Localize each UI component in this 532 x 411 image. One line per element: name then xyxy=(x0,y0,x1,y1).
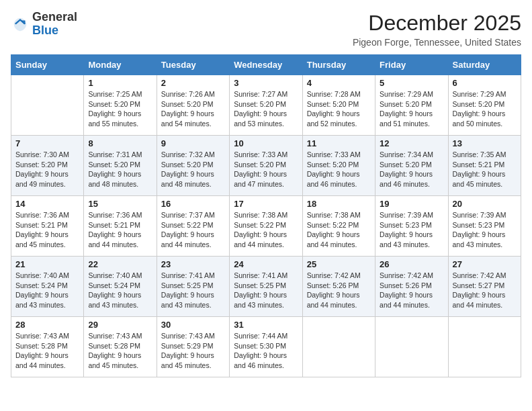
calendar-cell: 20Sunrise: 7:39 AMSunset: 5:23 PMDayligh… xyxy=(448,196,521,257)
calendar-week-2: 7Sunrise: 7:30 AMSunset: 5:20 PMDaylight… xyxy=(11,136,521,196)
calendar-cell xyxy=(11,75,84,136)
calendar-cell: 4Sunrise: 7:28 AMSunset: 5:20 PMDaylight… xyxy=(302,75,375,136)
calendar-header: SundayMondayTuesdayWednesdayThursdayFrid… xyxy=(11,55,521,75)
calendar-cell: 19Sunrise: 7:39 AMSunset: 5:23 PMDayligh… xyxy=(375,196,448,257)
day-number: 29 xyxy=(88,320,152,330)
location-subtitle: Pigeon Forge, Tennessee, United States xyxy=(353,37,521,48)
day-number: 28 xyxy=(15,320,79,330)
calendar-cell: 1Sunrise: 7:25 AMSunset: 5:20 PMDaylight… xyxy=(84,75,157,136)
day-info: Sunrise: 7:34 AMSunset: 5:20 PMDaylight:… xyxy=(380,150,443,189)
day-number: 16 xyxy=(161,199,225,209)
calendar-cell xyxy=(375,317,448,377)
calendar-cell xyxy=(302,317,375,377)
calendar-cell: 16Sunrise: 7:37 AMSunset: 5:22 PMDayligh… xyxy=(157,196,229,257)
day-number: 7 xyxy=(15,138,79,148)
day-info: Sunrise: 7:42 AMSunset: 5:27 PMDaylight:… xyxy=(453,271,517,310)
day-info: Sunrise: 7:33 AMSunset: 5:20 PMDaylight:… xyxy=(307,150,371,189)
day-number: 20 xyxy=(453,199,517,209)
day-info: Sunrise: 7:38 AMSunset: 5:22 PMDaylight:… xyxy=(307,210,371,250)
day-header-tuesday: Tuesday xyxy=(157,55,229,75)
calendar-cell: 27Sunrise: 7:42 AMSunset: 5:27 PMDayligh… xyxy=(448,257,521,317)
day-info: Sunrise: 7:36 AMSunset: 5:21 PMDaylight:… xyxy=(88,210,152,250)
calendar-week-1: 1Sunrise: 7:25 AMSunset: 5:20 PMDaylight… xyxy=(11,75,521,136)
day-number: 2 xyxy=(161,78,225,88)
day-info: Sunrise: 7:38 AMSunset: 5:22 PMDaylight:… xyxy=(234,210,298,250)
day-number: 8 xyxy=(88,138,152,148)
day-number: 10 xyxy=(234,138,298,148)
logo-icon xyxy=(11,15,30,34)
day-header-thursday: Thursday xyxy=(302,55,375,75)
day-info: Sunrise: 7:42 AMSunset: 5:26 PMDaylight:… xyxy=(307,271,371,310)
day-info: Sunrise: 7:29 AMSunset: 5:20 PMDaylight:… xyxy=(453,89,517,129)
day-info: Sunrise: 7:33 AMSunset: 5:20 PMDaylight:… xyxy=(234,150,298,189)
day-info: Sunrise: 7:31 AMSunset: 5:20 PMDaylight:… xyxy=(88,150,152,189)
day-number: 27 xyxy=(453,259,517,269)
calendar-cell: 14Sunrise: 7:36 AMSunset: 5:21 PMDayligh… xyxy=(11,196,84,257)
day-info: Sunrise: 7:32 AMSunset: 5:20 PMDaylight:… xyxy=(161,150,225,189)
day-info: Sunrise: 7:39 AMSunset: 5:23 PMDaylight:… xyxy=(380,210,443,250)
calendar-cell: 3Sunrise: 7:27 AMSunset: 5:20 PMDaylight… xyxy=(230,75,302,136)
day-number: 4 xyxy=(307,78,371,88)
calendar-cell: 25Sunrise: 7:42 AMSunset: 5:26 PMDayligh… xyxy=(302,257,375,317)
calendar-cell: 13Sunrise: 7:35 AMSunset: 5:21 PMDayligh… xyxy=(448,136,521,196)
page-header: General Blue December 2025 Pigeon Forge,… xyxy=(11,11,521,48)
calendar-cell xyxy=(448,317,521,377)
day-info: Sunrise: 7:41 AMSunset: 5:25 PMDaylight:… xyxy=(161,271,225,310)
day-info: Sunrise: 7:37 AMSunset: 5:22 PMDaylight:… xyxy=(161,210,225,250)
day-number: 19 xyxy=(380,199,443,209)
day-header-sunday: Sunday xyxy=(11,55,84,75)
day-number: 9 xyxy=(161,138,225,148)
calendar-cell: 9Sunrise: 7:32 AMSunset: 5:20 PMDaylight… xyxy=(157,136,229,196)
day-info: Sunrise: 7:40 AMSunset: 5:24 PMDaylight:… xyxy=(88,271,152,310)
day-number: 25 xyxy=(307,259,371,269)
day-info: Sunrise: 7:26 AMSunset: 5:20 PMDaylight:… xyxy=(161,89,225,129)
calendar-cell: 18Sunrise: 7:38 AMSunset: 5:22 PMDayligh… xyxy=(302,196,375,257)
day-info: Sunrise: 7:43 AMSunset: 5:28 PMDaylight:… xyxy=(15,331,79,371)
day-number: 13 xyxy=(453,138,517,148)
day-number: 6 xyxy=(453,78,517,88)
day-info: Sunrise: 7:44 AMSunset: 5:30 PMDaylight:… xyxy=(234,331,298,371)
day-info: Sunrise: 7:42 AMSunset: 5:26 PMDaylight:… xyxy=(380,271,443,310)
calendar-cell: 17Sunrise: 7:38 AMSunset: 5:22 PMDayligh… xyxy=(230,196,302,257)
day-info: Sunrise: 7:28 AMSunset: 5:20 PMDaylight:… xyxy=(307,89,371,129)
title-block: December 2025 Pigeon Forge, Tennessee, U… xyxy=(353,11,521,48)
day-number: 26 xyxy=(380,259,443,269)
day-header-friday: Friday xyxy=(375,55,448,75)
calendar-cell: 30Sunrise: 7:43 AMSunset: 5:29 PMDayligh… xyxy=(157,317,229,377)
calendar-cell: 23Sunrise: 7:41 AMSunset: 5:25 PMDayligh… xyxy=(157,257,229,317)
day-number: 3 xyxy=(234,78,298,88)
day-number: 1 xyxy=(88,78,152,88)
day-number: 17 xyxy=(234,199,298,209)
calendar-cell: 6Sunrise: 7:29 AMSunset: 5:20 PMDaylight… xyxy=(448,75,521,136)
day-number: 15 xyxy=(88,199,152,209)
day-info: Sunrise: 7:43 AMSunset: 5:29 PMDaylight:… xyxy=(161,331,225,371)
calendar-cell: 11Sunrise: 7:33 AMSunset: 5:20 PMDayligh… xyxy=(302,136,375,196)
day-info: Sunrise: 7:25 AMSunset: 5:20 PMDaylight:… xyxy=(88,89,152,129)
day-number: 5 xyxy=(380,78,443,88)
day-info: Sunrise: 7:43 AMSunset: 5:28 PMDaylight:… xyxy=(88,331,152,371)
calendar-cell: 8Sunrise: 7:31 AMSunset: 5:20 PMDaylight… xyxy=(84,136,157,196)
calendar-table: SundayMondayTuesdayWednesdayThursdayFrid… xyxy=(11,54,521,377)
calendar-cell: 7Sunrise: 7:30 AMSunset: 5:20 PMDaylight… xyxy=(11,136,84,196)
day-number: 12 xyxy=(380,138,443,148)
day-info: Sunrise: 7:27 AMSunset: 5:20 PMDaylight:… xyxy=(234,89,298,129)
day-header-wednesday: Wednesday xyxy=(230,55,302,75)
calendar-cell: 29Sunrise: 7:43 AMSunset: 5:28 PMDayligh… xyxy=(84,317,157,377)
day-header-monday: Monday xyxy=(84,55,157,75)
day-info: Sunrise: 7:40 AMSunset: 5:24 PMDaylight:… xyxy=(15,271,79,310)
calendar-week-5: 28Sunrise: 7:43 AMSunset: 5:28 PMDayligh… xyxy=(11,317,521,377)
calendar-cell: 26Sunrise: 7:42 AMSunset: 5:26 PMDayligh… xyxy=(375,257,448,317)
calendar-cell: 2Sunrise: 7:26 AMSunset: 5:20 PMDaylight… xyxy=(157,75,229,136)
day-number: 24 xyxy=(234,259,298,269)
calendar-cell: 31Sunrise: 7:44 AMSunset: 5:30 PMDayligh… xyxy=(230,317,302,377)
day-number: 30 xyxy=(161,320,225,330)
day-info: Sunrise: 7:36 AMSunset: 5:21 PMDaylight:… xyxy=(15,210,79,250)
day-info: Sunrise: 7:41 AMSunset: 5:25 PMDaylight:… xyxy=(234,271,298,310)
calendar-week-3: 14Sunrise: 7:36 AMSunset: 5:21 PMDayligh… xyxy=(11,196,521,257)
day-number: 22 xyxy=(88,259,152,269)
logo-text: General Blue xyxy=(32,11,77,38)
calendar-week-4: 21Sunrise: 7:40 AMSunset: 5:24 PMDayligh… xyxy=(11,257,521,317)
day-info: Sunrise: 7:29 AMSunset: 5:20 PMDaylight:… xyxy=(380,89,443,129)
calendar-cell: 15Sunrise: 7:36 AMSunset: 5:21 PMDayligh… xyxy=(84,196,157,257)
day-number: 23 xyxy=(161,259,225,269)
